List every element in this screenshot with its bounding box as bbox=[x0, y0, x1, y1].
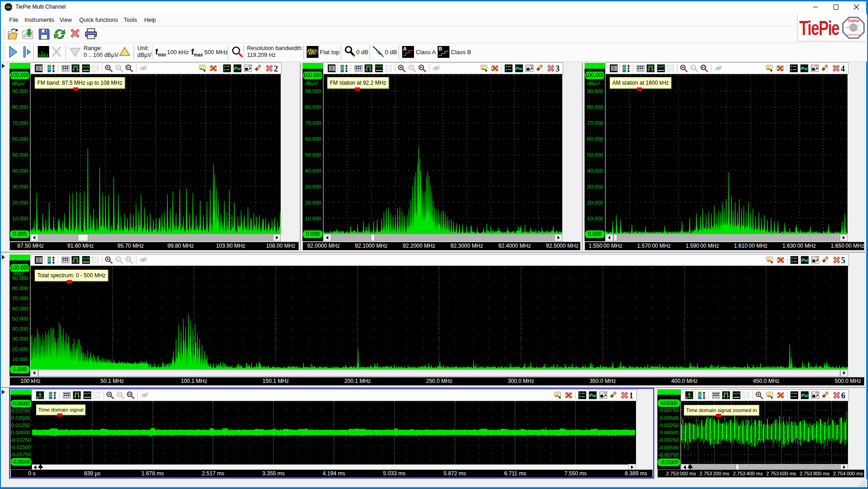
svg-text:A: A bbox=[403, 46, 407, 51]
svg-text:B: B bbox=[439, 46, 442, 51]
svg-text:engineering: engineering bbox=[847, 33, 860, 36]
svg-text:TiePie: TiePie bbox=[848, 19, 859, 23]
